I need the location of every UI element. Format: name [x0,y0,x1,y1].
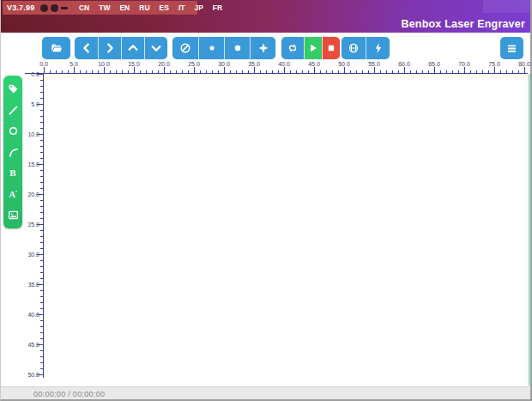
move-up-button[interactable] [121,37,144,59]
svg-text:30.0: 30.0 [218,61,230,67]
laser-wheel-button[interactable] [342,37,366,59]
tool-sidebar: BAᵛ [3,76,22,228]
version-strip: V3.7.99 CNTWENRUESITJPFR [3,1,197,15]
menu-button[interactable] [500,37,523,59]
language-it[interactable]: IT [173,3,190,12]
titlebar-corner-highlight [483,0,532,13]
tool-image-button[interactable] [5,208,21,223]
line-icon [8,105,19,116]
toolbar-group-file [42,37,70,59]
tag-icon [8,83,19,94]
svg-text:0.0: 0.0 [31,71,39,77]
language-jp[interactable]: JP [190,3,208,12]
folder-open-icon [51,42,63,54]
move-down-button[interactable] [144,37,167,59]
elapsed-time: 00:00:00 / 00:00:00 [33,390,105,398]
toolbar [1,33,532,62]
tool-tag-button[interactable] [5,82,21,97]
svg-text:50.0: 50.0 [27,372,39,378]
titlebar: V3.7.99 CNTWENRUESITJPFR Benbox Laser En… [1,0,532,33]
wheel-icon [348,42,360,54]
tool-font-button[interactable]: Aᵛ [5,186,21,202]
vertical-scrollbar[interactable] [528,74,530,386]
chevron-left-icon [81,42,93,54]
letter-b-icon: B [9,168,15,178]
svg-text:35.0: 35.0 [248,61,260,67]
svg-text:20.0: 20.0 [27,191,39,197]
svg-text:75.0: 75.0 [488,61,500,67]
repeat-icon [287,42,299,54]
svg-text:30.0: 30.0 [27,252,39,258]
tool-line-button[interactable] [5,102,21,118]
chevron-down-icon [150,42,162,54]
svg-text:20.0: 20.0 [158,61,170,67]
svg-text:5.0: 5.0 [70,61,78,67]
letter-a-icon: Aᵛ [9,189,17,199]
language-fr[interactable]: FR [208,3,227,12]
dot-large-icon [232,42,244,54]
language-cn[interactable]: CN [74,3,94,12]
svg-text:15.0: 15.0 [27,161,39,167]
image-icon [8,210,19,221]
svg-text:60.0: 60.0 [398,61,410,67]
toolbar-group-jog [75,37,167,59]
minimize-dash-icon[interactable] [61,7,68,9]
info-circle-icon-1[interactable] [40,4,48,12]
move-right-button[interactable] [98,37,121,59]
svg-text:25.0: 25.0 [27,222,39,228]
language-es[interactable]: ES [154,3,173,12]
center-button[interactable] [250,37,275,59]
language-ru[interactable]: RU [135,3,154,12]
svg-text:35.0: 35.0 [27,282,39,288]
statusbar: 00:00:00 / 00:00:00 [1,386,532,401]
play-icon [307,42,319,54]
stop-icon [325,42,337,54]
horizontal-ruler: 0.05.010.015.020.025.030.035.040.045.050… [1,60,532,74]
open-file-button[interactable] [42,37,70,59]
repeat-button[interactable] [281,37,304,59]
version-label: V3.7.99 [7,3,34,12]
tool-bold-text-button[interactable]: B [5,166,21,181]
svg-text:55.0: 55.0 [368,61,380,67]
info-circle-icon-2[interactable] [51,4,58,12]
svg-text:0.0: 0.0 [39,61,48,67]
svg-text:10.0: 10.0 [27,131,39,137]
tool-circle-button[interactable] [5,124,21,139]
app-title: Benbox Laser Engraver [401,18,525,30]
tool-arc-button[interactable] [5,144,21,160]
hamburger-icon [505,42,518,55]
app-window: V3.7.99 CNTWENRUESITJPFR Benbox Laser En… [0,0,532,401]
arc-icon [8,147,19,158]
language-bar: CNTWENRUESITJPFR [74,3,227,12]
diamond-icon [257,42,269,54]
toolbar-group-mode [172,37,275,59]
svg-text:70.0: 70.0 [458,61,470,67]
chevron-up-icon [127,42,139,54]
disable-button[interactable] [172,37,198,59]
svg-text:40.0: 40.0 [27,312,39,318]
toolbar-group-run [281,37,340,59]
toolbar-group-laser [342,37,390,59]
play-button[interactable] [304,37,322,59]
dot-large-button[interactable] [224,37,250,59]
svg-text:15.0: 15.0 [128,61,140,67]
svg-text:45.0: 45.0 [308,61,320,67]
circle-icon [8,125,19,137]
svg-text:40.0: 40.0 [278,61,290,67]
svg-text:65.0: 65.0 [428,61,440,67]
move-left-button[interactable] [75,37,98,59]
language-tw[interactable]: TW [94,3,115,12]
svg-text:50.0: 50.0 [338,61,350,67]
svg-text:25.0: 25.0 [188,61,200,67]
svg-text:45.0: 45.0 [27,342,39,348]
vertical-ruler: 0.05.010.015.020.025.030.035.040.045.050… [21,69,44,385]
dot-small-button[interactable] [198,37,224,59]
chevron-right-icon [104,42,116,54]
language-en[interactable]: EN [115,3,135,12]
ban-icon [179,42,191,54]
svg-text:5.0: 5.0 [31,101,39,107]
bolt-icon [372,42,384,54]
canvas[interactable] [45,74,525,386]
stop-button[interactable] [322,37,340,59]
laser-power-button[interactable] [366,37,390,59]
